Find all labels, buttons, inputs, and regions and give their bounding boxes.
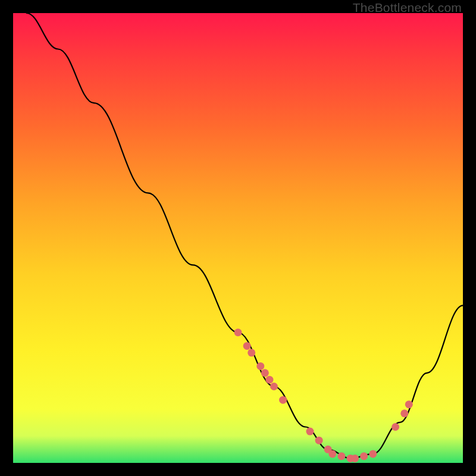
data-points [234, 328, 413, 462]
data-point [315, 437, 323, 444]
chart-svg [13, 13, 463, 463]
data-point [369, 450, 377, 458]
data-point [261, 369, 269, 377]
data-point [265, 376, 273, 384]
data-point [405, 400, 413, 408]
data-point [270, 383, 278, 390]
data-point [243, 342, 251, 350]
data-point [400, 409, 408, 417]
data-point [279, 396, 287, 404]
bottleneck-curve [27, 13, 463, 458]
data-point [248, 349, 255, 356]
chart-plot-area [13, 13, 463, 463]
data-point [392, 423, 399, 431]
watermark-text: TheBottleneck.com [353, 1, 462, 15]
data-point [351, 455, 359, 462]
data-point [306, 428, 314, 436]
data-point [360, 452, 368, 460]
data-point [234, 328, 242, 336]
data-point [328, 450, 336, 458]
data-point [337, 452, 345, 460]
data-point [256, 362, 264, 370]
